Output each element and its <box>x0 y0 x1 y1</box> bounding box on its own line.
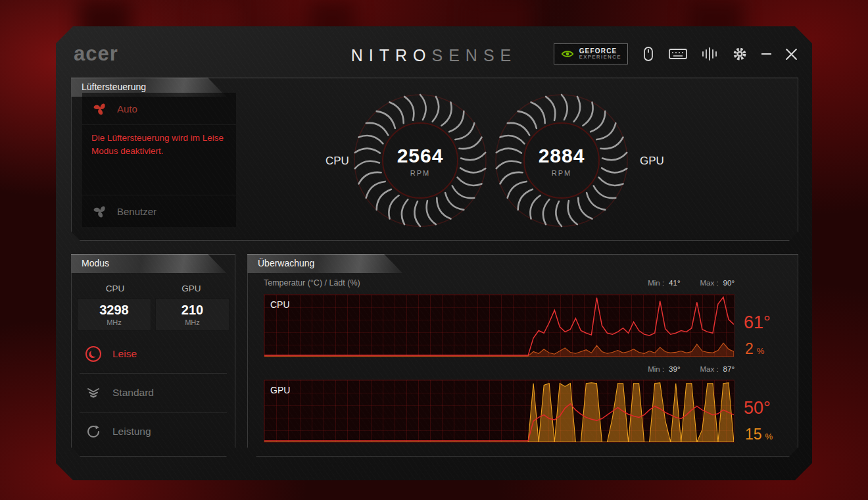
nitrosense-window: acer NITROSENSE GEFORCE EXPERIENCE <box>56 26 812 480</box>
cpu-minmax: Min :41°Max :90° <box>264 279 735 287</box>
cpu-frequency-unit: MHz <box>107 318 122 326</box>
header-actions: GEFORCE EXPERIENCE <box>554 41 798 67</box>
gpu-frequency-value: 210 <box>181 303 203 318</box>
fan-mode-options: Auto Die Lüftersteuerung wird im Leise M… <box>82 93 236 227</box>
geforce-logo-icon <box>560 47 575 61</box>
gpu-load-readout: 15% <box>745 426 773 443</box>
cpu-temperature-graph: CPU <box>264 294 735 357</box>
geforce-experience-button[interactable]: GEFORCE EXPERIENCE <box>554 43 628 64</box>
gpu-minmax: Min :39°Max :87° <box>264 365 735 373</box>
equalizer-icon <box>701 47 718 61</box>
mouse-icon <box>642 45 655 63</box>
cpu-freq-label: CPU <box>77 284 153 293</box>
minimize-button[interactable] <box>761 53 771 55</box>
fan-auto-label: Auto <box>117 103 137 114</box>
quiet-mode-icon <box>85 345 102 362</box>
gpu-temperature-graph: GPU <box>264 380 735 443</box>
fan-user-option[interactable]: Benutzer <box>82 195 236 227</box>
cpu-fan-gauge: 2564 RPM <box>350 91 490 230</box>
title-sense: SENSE <box>432 46 518 64</box>
gear-icon <box>732 46 748 62</box>
acer-logo: acer <box>74 42 118 66</box>
close-icon <box>785 48 798 61</box>
standard-mode-icon <box>85 384 102 401</box>
keyboard-settings-button[interactable] <box>669 47 687 61</box>
cpu-rpm-unit: RPM <box>410 169 430 177</box>
settings-button[interactable] <box>732 46 748 62</box>
mode-item-leise[interactable]: Leise <box>77 335 229 373</box>
gpu-frequency-box: 210 MHz <box>155 298 229 331</box>
cpu-load-area <box>264 343 734 357</box>
geforce-label: GEFORCE EXPERIENCE <box>579 47 621 61</box>
monitoring-tab: Überwachung <box>247 254 402 273</box>
gpu-graph-label: GPU <box>270 385 290 395</box>
mode-panel: Modus CPU GPU 3298 MHz 210 MHz <box>71 254 235 457</box>
cpu-frequency-box: 3298 MHz <box>77 298 151 331</box>
fan-auto-icon <box>91 100 108 117</box>
keyboard-icon <box>669 47 687 61</box>
mode-item-leistung[interactable]: Leistung <box>77 413 229 451</box>
title-nitro: NITRO <box>351 46 432 64</box>
mode-tab: Modus <box>71 254 226 273</box>
gpu-fan-readout: 2884 RPM <box>492 91 631 230</box>
app-title: NITROSENSE <box>351 46 518 65</box>
mouse-settings-button[interactable] <box>642 45 655 63</box>
cpu-fan-readout: 2564 RPM <box>350 91 490 230</box>
gpu-frequency-unit: MHz <box>185 318 200 326</box>
gpu-freq-label: GPU <box>153 284 229 293</box>
fan-disabled-notice: Die Lüftersteuerung wird im Leise Modus … <box>82 124 236 195</box>
performance-mode-icon <box>85 423 102 440</box>
gpu-rpm-value: 2884 <box>539 145 585 167</box>
frequency-labels: CPU GPU <box>77 284 229 293</box>
cpu-temperature-line <box>264 297 734 355</box>
cpu-temperature-readout: 61° <box>744 312 771 333</box>
audio-settings-button[interactable] <box>701 47 718 61</box>
mode-list: Leise Standard Leistung <box>77 335 229 451</box>
fan-user-icon <box>91 203 108 220</box>
frequency-boxes: 3298 MHz 210 MHz <box>77 298 229 331</box>
fan-auto-option[interactable]: Auto <box>82 93 236 124</box>
minimize-icon <box>761 53 771 55</box>
mode-item-standard[interactable]: Standard <box>77 374 229 412</box>
cpu-fan-label: CPU <box>326 155 349 168</box>
cpu-load-readout: 2% <box>745 340 764 358</box>
cpu-graph-label: CPU <box>270 299 290 310</box>
cpu-frequency-value: 3298 <box>99 303 129 318</box>
gpu-rpm-unit: RPM <box>552 169 571 177</box>
gpu-fan-label: GPU <box>640 155 664 168</box>
fan-control-panel: Lüftersteuerung Auto Die Lüftersteuerung… <box>71 78 798 241</box>
fan-user-label: Benutzer <box>117 206 157 217</box>
gpu-temperature-readout: 50° <box>744 398 771 418</box>
gpu-fan-gauge: 2884 RPM <box>492 91 631 230</box>
window-header: acer NITROSENSE GEFORCE EXPERIENCE <box>56 36 812 72</box>
close-button[interactable] <box>785 48 798 61</box>
gpu-load-area <box>264 383 734 442</box>
cpu-rpm-value: 2564 <box>397 145 444 167</box>
monitoring-panel: Überwachung Temperatur (°C) / Lädt (%) M… <box>247 254 798 457</box>
